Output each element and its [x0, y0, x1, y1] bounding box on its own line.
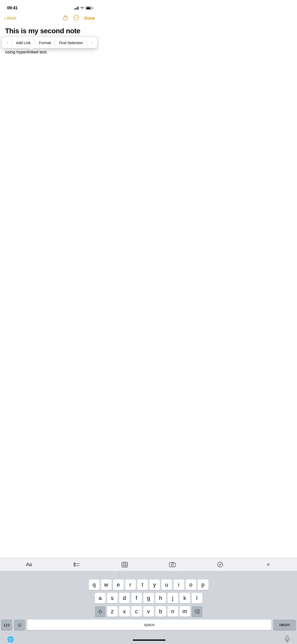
status-bar: 09:41	[0, 0, 99, 13]
back-button[interactable]: ‹ Work	[4, 16, 17, 21]
context-menu: ‹ Add Link Format Find Selection ›	[0, 37, 99, 48]
more-button[interactable]	[73, 15, 79, 22]
menu-item-find-selection[interactable]: Find Selection	[55, 37, 87, 48]
note-title-area: This is my second note ‹ Add Link Format…	[0, 25, 99, 37]
context-menu-next[interactable]: ›	[87, 37, 96, 48]
svg-point-2	[75, 17, 76, 18]
note-title: This is my second note	[5, 27, 94, 35]
share-button[interactable]	[63, 15, 68, 22]
back-chevron-icon: ‹	[4, 16, 6, 21]
menu-item-add-link[interactable]: Add Link	[12, 37, 35, 48]
status-time: 09:41	[7, 6, 18, 11]
context-menu-prev[interactable]: ‹	[3, 37, 12, 48]
signal-icon	[74, 7, 79, 10]
svg-point-3	[76, 17, 77, 18]
status-icons	[74, 7, 92, 10]
battery-icon	[86, 7, 92, 10]
wifi-icon	[80, 7, 84, 10]
svg-point-4	[77, 17, 78, 18]
context-menu-inner: ‹ Add Link Format Find Selection ›	[2, 37, 97, 48]
nav-right-icons: Done	[63, 15, 95, 22]
back-label: Work	[7, 16, 17, 21]
done-button[interactable]: Done	[84, 16, 95, 21]
menu-item-format[interactable]: Format	[35, 37, 55, 48]
nav-bar: ‹ Work Done	[0, 13, 99, 25]
